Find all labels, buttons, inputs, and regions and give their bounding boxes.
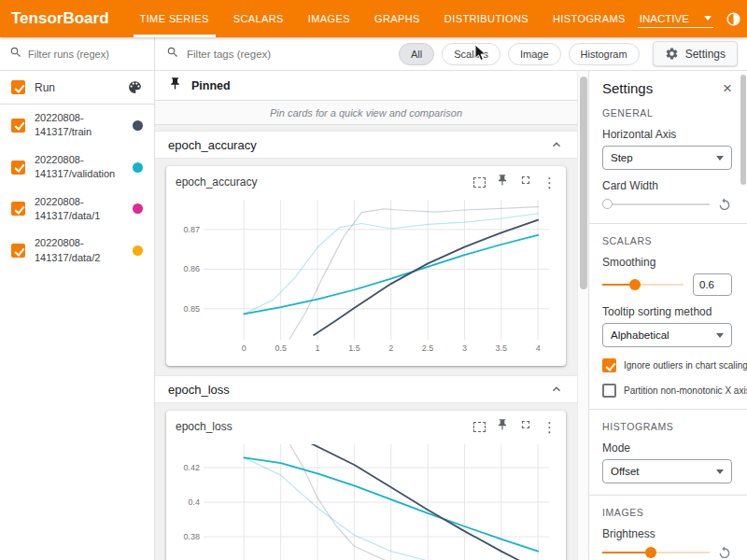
settings-scrollbar[interactable] xyxy=(740,71,747,560)
svg-text:1.5: 1.5 xyxy=(348,343,360,353)
chip-all[interactable]: All xyxy=(399,43,434,65)
checkbox-icon[interactable] xyxy=(602,384,616,398)
ignore-outliers-checkbox-row[interactable]: Ignore outliers in chart scaling xyxy=(602,358,732,372)
runs-filter-input[interactable] xyxy=(28,49,145,60)
run-row: 20220808-141317/validation xyxy=(0,147,154,189)
line-chart-plot[interactable]: 00.511.522.533.540.850.860.87 xyxy=(176,194,557,355)
contrast-theme-icon[interactable] xyxy=(726,10,742,27)
tab-histograms[interactable]: HISTOGRAMS xyxy=(541,0,638,37)
chip-histogram[interactable]: Histogram xyxy=(569,43,640,65)
checkbox-label: Ignore outliers in chart scaling xyxy=(624,360,747,371)
checkbox-label: Partition non-monotonic X axis xyxy=(624,385,747,396)
card-zone: epoch_loss ⋮ 00.511.522.533.540.360.380.… xyxy=(155,403,577,560)
pinned-section-header[interactable]: Pinned xyxy=(155,71,577,101)
horizontal-axis-value: Step xyxy=(611,152,633,163)
section-header-epoch-accuracy[interactable]: epoch_accuracy xyxy=(155,131,577,159)
main-scrollbar-thumb[interactable] xyxy=(580,77,587,289)
run-color-dot xyxy=(133,203,143,214)
partition-x-axis-checkbox-row[interactable]: Partition non-monotonic X axis i xyxy=(602,384,732,398)
svg-text:0.86: 0.86 xyxy=(183,264,200,273)
histogram-mode-value: Offset xyxy=(611,466,639,477)
card-zone: epoch_accuracy ⋮ 00.511.522.533.540.850.… xyxy=(155,159,577,375)
slider-thumb[interactable] xyxy=(629,279,641,290)
run-row: 20220808-141317/data/2 xyxy=(0,230,154,272)
chevron-down-icon xyxy=(716,469,724,474)
run-checkbox[interactable] xyxy=(11,202,25,216)
images-section-header: IMAGES xyxy=(602,507,732,518)
slider-thumb[interactable] xyxy=(645,547,656,558)
more-options-icon[interactable]: ⋮ xyxy=(543,175,557,189)
line-chart-plot[interactable]: 00.511.522.533.540.360.380.40.42 xyxy=(176,439,557,560)
tab-graphs[interactable]: GRAPHS xyxy=(362,0,432,37)
fullscreen-icon[interactable] xyxy=(519,174,532,190)
run-name: 20220808-141317/train xyxy=(35,111,92,140)
run-name: 20220808-141317/data/2 xyxy=(35,236,100,265)
chevron-up-icon[interactable] xyxy=(549,382,564,397)
reset-icon[interactable] xyxy=(717,545,732,560)
status-dropdown[interactable]: INACTIVE xyxy=(638,10,713,28)
general-section-header: GENERAL xyxy=(602,107,732,119)
divider xyxy=(589,409,747,410)
app-header: TensorBoard TIME SERIESSCALARSIMAGESGRAP… xyxy=(0,0,747,37)
select-all-runs-checkbox[interactable] xyxy=(11,80,25,94)
tooltip-sorting-value: Alphabetical xyxy=(611,329,669,341)
pin-icon xyxy=(168,77,182,94)
app-logo[interactable]: TensorBoard xyxy=(0,9,128,28)
close-icon[interactable]: × xyxy=(723,80,732,96)
tab-time-series[interactable]: TIME SERIES xyxy=(128,0,221,37)
epoch-loss-chart[interactable]: 00.511.522.533.540.360.380.40.42 xyxy=(176,439,557,560)
pin-card-icon[interactable] xyxy=(496,174,509,190)
nav-tabs: TIME SERIESSCALARSIMAGESGRAPHSDISTRIBUTI… xyxy=(128,0,638,37)
fit-domain-icon[interactable] xyxy=(473,422,486,432)
card-width-label: Card Width xyxy=(602,179,732,192)
smoothing-input[interactable] xyxy=(693,273,732,296)
svg-text:0.85: 0.85 xyxy=(183,304,200,314)
horizontal-axis-select[interactable]: Step xyxy=(602,146,732,170)
svg-text:3: 3 xyxy=(462,343,467,353)
run-checkbox[interactable] xyxy=(11,244,25,258)
card-header: epoch_loss ⋮ xyxy=(176,416,557,437)
tab-images[interactable]: IMAGES xyxy=(296,0,362,37)
run-row: 20220808-141317/train xyxy=(0,105,154,147)
chevron-down-icon xyxy=(716,156,724,161)
chevron-up-icon[interactable] xyxy=(549,137,564,152)
tag-filter-chips: AllScalarsImageHistogram xyxy=(399,43,640,65)
card-actions: ⋮ xyxy=(473,418,557,435)
run-color-dot xyxy=(133,245,143,256)
settings-button[interactable]: Settings xyxy=(653,41,738,66)
tooltip-sorting-select[interactable]: Alphabetical xyxy=(602,323,732,347)
svg-text:2.5: 2.5 xyxy=(422,343,434,353)
main-scrollbar[interactable] xyxy=(577,71,588,560)
run-checkbox[interactable] xyxy=(11,119,25,133)
epoch-accuracy-chart[interactable]: 00.511.522.533.540.850.860.87 xyxy=(176,194,557,358)
brightness-slider[interactable] xyxy=(602,546,710,559)
reset-icon[interactable] xyxy=(717,197,732,212)
tab-distributions[interactable]: DISTRIBUTIONS xyxy=(432,0,541,37)
pin-card-icon[interactable] xyxy=(496,418,509,435)
card-width-row xyxy=(602,197,732,212)
histogram-mode-label: Mode xyxy=(602,441,732,455)
smoothing-slider[interactable] xyxy=(602,278,684,291)
palette-icon[interactable] xyxy=(127,79,143,95)
fullscreen-icon[interactable] xyxy=(519,418,532,435)
runs-sidebar: Run 20220808-141317/train20220808-141317… xyxy=(0,37,155,560)
chip-scalars[interactable]: Scalars xyxy=(442,43,500,65)
card-width-slider[interactable] xyxy=(602,198,710,211)
slider-thumb[interactable] xyxy=(602,199,613,209)
chip-image[interactable]: Image xyxy=(508,43,561,65)
histograms-section-header: HISTOGRAMS xyxy=(602,421,732,432)
section-title: epoch_loss xyxy=(168,383,230,397)
scalar-card-epoch-accuracy: epoch_accuracy ⋮ 00.511.522.533.540.850.… xyxy=(166,166,566,366)
smoothing-label: Smoothing xyxy=(602,256,732,269)
more-options-icon[interactable]: ⋮ xyxy=(543,420,557,434)
fit-domain-icon[interactable] xyxy=(473,177,486,188)
section-header-epoch-loss[interactable]: epoch_loss xyxy=(155,375,577,403)
checkbox-icon[interactable] xyxy=(602,358,616,372)
run-checkbox[interactable] xyxy=(11,161,25,175)
runs-list: 20220808-141317/train20220808-141317/val… xyxy=(0,105,154,272)
tab-scalars[interactable]: SCALARS xyxy=(221,0,296,37)
tag-filter-input[interactable] xyxy=(187,49,391,60)
settings-scrollbar-thumb[interactable] xyxy=(740,75,746,185)
histogram-mode-select[interactable]: Offset xyxy=(602,459,732,483)
settings-panel: Settings × GENERAL Horizontal Axis Step … xyxy=(588,71,747,560)
